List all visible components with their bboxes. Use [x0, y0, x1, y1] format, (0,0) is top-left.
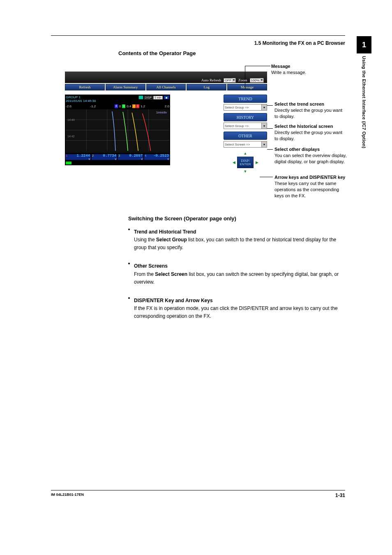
footer-rule	[51, 490, 345, 490]
digital-cell-3: 3 0.2697 V	[118, 154, 144, 160]
ann-keys: Arrow keys and DISP/ENTER key These keys…	[274, 174, 348, 199]
control-bar: Auto Refresh OFF Zoom 100%	[65, 76, 267, 84]
trend-select-group[interactable]: Select Group =>	[224, 104, 267, 111]
x-scale: -2.0 -1.2 4 0 3 0.4 2 1 1.2 2.0	[66, 103, 169, 109]
ch-unit: V	[115, 158, 116, 161]
digital-row: 1 1.2244 V 2 0.7734 V 3 0.2697 V 4 -0.25…	[65, 154, 170, 160]
arrow-left-icon[interactable]: ◀	[231, 157, 237, 168]
tag-4: 4	[115, 104, 118, 108]
arrow-up-icon[interactable]: ▲	[237, 150, 254, 157]
tab-all-channels[interactable]: All Channels	[146, 84, 186, 90]
rate-badge: 5 min	[153, 96, 163, 99]
ann-hist-desc: Directly select the group you want to di…	[274, 130, 347, 142]
digital-cell-1: 1 1.2244 V	[65, 154, 91, 160]
arrow-right-icon[interactable]: ▶	[254, 157, 260, 168]
subheading: Switching the Screen (Operator page only…	[128, 215, 345, 223]
disp-enter-line2: ENTER	[240, 163, 251, 166]
ann-trend-title: Select the trend screen	[274, 101, 345, 107]
scale-mid1: -1.2	[90, 104, 96, 108]
bullet-disp: DISP/ENTER Key and Arrow Keys If the FX …	[128, 294, 345, 326]
ann-trend: Select the trend screen Directly select …	[274, 101, 345, 120]
auto-refresh-select[interactable]: OFF	[224, 78, 236, 83]
zoom-label: Zoom	[238, 78, 247, 82]
other-button[interactable]: OTHER	[224, 132, 267, 140]
display-mode-icon[interactable]	[138, 95, 143, 99]
bullet-other-text: From the Select Screen list box, you can…	[134, 271, 345, 286]
section-path: 1.5 Monitoring the FX on a PC Browser	[230, 40, 345, 46]
disp-enter-button[interactable]: DISP/ ENTER	[237, 157, 254, 168]
channel-tags: 4 0 3 0.4 2 1 1.2	[115, 104, 146, 108]
ch-num: 1	[66, 154, 67, 157]
trend-button[interactable]: TREND	[224, 95, 267, 103]
arrow-down-icon[interactable]: ▼	[237, 168, 254, 175]
chapter-number: 1	[357, 36, 371, 53]
lead-other	[267, 149, 273, 150]
ann-message-desc: Write a message.	[271, 69, 345, 76]
bullet-disp-text: If the FX is in operation mode, you can …	[134, 305, 345, 320]
history-select-group[interactable]: Select Group =>	[224, 123, 267, 129]
ann-other-title: Select other displays	[274, 146, 347, 153]
scale-mid2: 0.4	[126, 104, 132, 108]
ann-hist-title: Select the historical screen	[274, 123, 347, 130]
keypad: ▲ ◀ DISP/ ENTER ▶ ▼	[231, 150, 260, 175]
ann-keys-title: Arrow keys and DISP/ENTER key	[274, 174, 348, 180]
ann-message-title: Message	[271, 63, 345, 69]
ch-unit: V	[167, 158, 169, 161]
status-indicator-icon	[66, 162, 71, 164]
ann-other-desc: You can select the overview display, dig…	[274, 153, 347, 165]
bullet-trend-title: Trend and Historical Trend	[134, 228, 345, 236]
ylab-2: 14:42	[67, 135, 75, 138]
other-select-screen[interactable]: Select Screen =>	[224, 141, 267, 148]
status-bar	[65, 161, 170, 165]
ch-num: 2	[92, 154, 94, 157]
panel-title: GROUP 1 2011/01/01 14:45:30	[66, 95, 96, 103]
bullet-other: Other Screens From the Select Screen lis…	[128, 260, 345, 292]
lead-keys	[260, 177, 273, 177]
ann-other: Select other displays You can select the…	[274, 146, 347, 165]
t-bold: Select Screen	[155, 271, 187, 277]
ch-unit: V	[88, 158, 90, 161]
body-text: Switching the Screen (Operator page only…	[128, 215, 345, 326]
bullet-icon	[128, 229, 130, 230]
lead-hist	[267, 128, 273, 129]
tab-row: Refresh Alarm Summary All Channels Log M…	[65, 84, 267, 90]
bullet-other-title: Other Screens	[134, 262, 345, 270]
digital-cell-4: 4 -0.2523 V	[144, 154, 170, 160]
panel-icons: DISP 5 min ◙	[138, 95, 169, 99]
chapter-side-tab: 1 Using the Ethernet Interface (/C7 Opti…	[357, 36, 371, 148]
bullet-icon	[128, 263, 130, 264]
group-name: GROUP 1	[66, 95, 96, 99]
min-div-label: 1min/div	[156, 111, 167, 114]
tab-log[interactable]: Log	[187, 84, 226, 90]
zoom-select[interactable]: 100%	[250, 78, 264, 83]
ch-val: 0.2697	[129, 154, 143, 158]
lead-trend	[267, 105, 273, 106]
nav-column: TREND Select Group => HISTORY Select Gro…	[224, 95, 267, 175]
history-button[interactable]: HISTORY	[224, 113, 267, 121]
header-rule	[51, 35, 345, 36]
scale-mid3: 1.2	[140, 104, 146, 108]
ch-unit: V	[141, 158, 143, 161]
footer-page-number: 1-31	[335, 493, 345, 498]
tab-refresh[interactable]: Refresh	[65, 84, 105, 90]
ylab-1: 14:44	[67, 118, 75, 121]
scale-left: -2.0	[66, 104, 71, 108]
bullet-icon	[128, 297, 130, 299]
snapshot-icon[interactable]: ◙	[164, 95, 169, 99]
lead-message-v	[245, 66, 245, 89]
bullet-disp-title: DISP/ENTER Key and Arrow Keys	[134, 297, 345, 305]
ann-hist: Select the historical screen Directly se…	[274, 123, 347, 142]
tag-1: 1	[136, 104, 139, 108]
ann-message: Message Write a message.	[271, 63, 345, 76]
t: From the	[134, 271, 155, 277]
tab-message[interactable]: Message	[227, 84, 267, 90]
digital-cell-2: 2 0.7734 V	[91, 154, 118, 160]
group-timestamp: 2011/01/01 14:45:30	[66, 99, 96, 103]
tab-alarm-summary[interactable]: Alarm Summary	[106, 84, 145, 90]
ch-val: 1.2244	[77, 154, 90, 158]
bullet-trend: Trend and Historical Trend Using the Sel…	[128, 226, 345, 258]
fx-trend-panel: GROUP 1 2011/01/01 14:45:30 DISP 5 min ◙…	[65, 95, 170, 165]
ch-val: -0.2523	[153, 154, 169, 158]
ch-num: 4	[145, 154, 146, 157]
lead-message-h	[245, 66, 270, 66]
